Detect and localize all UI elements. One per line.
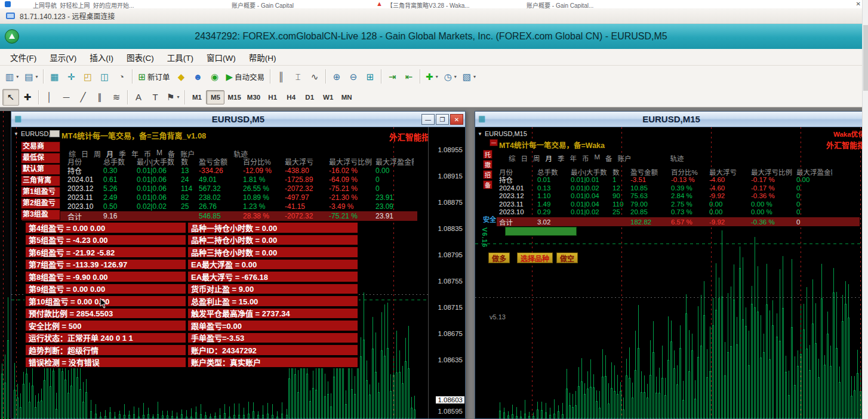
minimize-button[interactable]: —: [421, 114, 435, 125]
browser-tab[interactable]: 账户概要 - Gain Capital: [232, 1, 294, 8]
data-window-icon[interactable]: ✛: [63, 68, 79, 85]
minimized-ea-box[interactable]: —: [490, 139, 498, 146]
price-axis[interactable]: 1.08603 1.08595 1.089551.089151.088751.0…: [428, 127, 465, 418]
timeframe-m15[interactable]: M15: [224, 90, 244, 104]
timeframe-w1[interactable]: W1: [319, 90, 337, 104]
metaeditor-icon[interactable]: ◆: [173, 68, 190, 85]
stats-cell: -3.49 %: [329, 202, 375, 211]
text-icon[interactable]: A: [130, 89, 147, 106]
minimized-indicator-box[interactable]: [50, 130, 60, 137]
menu-item[interactable]: 窗口(W): [200, 49, 242, 66]
close-button[interactable]: ✕: [450, 114, 463, 125]
zoom-in-icon[interactable]: ⊕: [328, 68, 345, 85]
stats-nav-tab[interactable]: 季: [558, 153, 565, 163]
candle-body: [782, 308, 784, 418]
buy-button[interactable]: 做多: [488, 252, 510, 263]
window-titlebar[interactable]: ▦ EURUSD,M5 — ❐ ✕: [11, 112, 465, 127]
bar-chart-icon[interactable]: ║: [273, 68, 290, 85]
indicators-icon[interactable]: ✚▾: [423, 68, 441, 85]
ea-mini-button[interactable]: 备: [483, 180, 493, 189]
chart-pane-m15[interactable]: ▼ EURUSD,M15 — 托撤招备 安全 V6.16 MT4统计每一笔交易，…: [475, 127, 867, 418]
trendline-icon[interactable]: ╱: [75, 89, 91, 106]
profiles-icon[interactable]: ▤▾: [21, 68, 41, 85]
crosshair-icon[interactable]: ✚: [19, 89, 36, 106]
menu-item[interactable]: 显示(V): [43, 49, 83, 66]
timeframe-h1[interactable]: H1: [263, 90, 282, 104]
ea-side-button[interactable]: 交易商: [21, 141, 60, 152]
menu-item[interactable]: 插入(I): [83, 49, 120, 66]
timeframe-mn[interactable]: MN: [337, 90, 356, 104]
auto-scroll-icon[interactable]: ⇥: [384, 68, 401, 85]
chart-window-eurusd-m15[interactable]: ▦ EURUSD,M15 ▼ EURUSD,M15 — 托撤招备 安全 V6.1…: [475, 111, 868, 419]
tile-windows-icon[interactable]: ⊞: [362, 68, 378, 85]
terminal-icon[interactable]: ◫: [96, 68, 113, 85]
chart-shift-icon[interactable]: ⇤: [401, 68, 417, 85]
strategy-tester-icon[interactable]: ◔: [113, 68, 130, 85]
stats-nav-track[interactable]: 轨迹: [670, 153, 684, 163]
scrollbar[interactable]: [862, 0, 868, 419]
ea-mini-button[interactable]: 招: [483, 170, 493, 179]
ea-mini-button[interactable]: 撤: [483, 160, 493, 169]
timeframe-h4[interactable]: H4: [282, 90, 300, 104]
browser-tab[interactable]: 账户概要 - Gain Capital...: [527, 1, 593, 8]
sell-button[interactable]: 做空: [556, 252, 578, 263]
stats-nav-tab[interactable]: 账户: [618, 153, 632, 163]
timeframe-m1[interactable]: M1: [187, 90, 206, 104]
browser-tab[interactable]: 【三角背离策略V3.28 - Waka...: [387, 1, 470, 8]
navigator-icon[interactable]: ◰: [79, 68, 96, 85]
window-titlebar[interactable]: ▦ EURUSD,M15: [475, 112, 867, 127]
line-chart-icon[interactable]: ∿: [306, 68, 323, 85]
shapes-icon[interactable]: ⚑▾: [164, 89, 182, 106]
templates-icon[interactable]: ▧▾: [460, 68, 479, 85]
periods-icon[interactable]: ◷▾: [441, 68, 460, 85]
browser-tab[interactable]: 上网导航_好轻松上网_好的应用开始...: [33, 1, 134, 8]
new-chart-icon[interactable]: ▥▾: [2, 68, 21, 85]
market-watch-icon[interactable]: ▦: [46, 68, 63, 85]
menu-item[interactable]: 帮助(H): [242, 49, 283, 66]
channel-icon[interactable]: ∥: [91, 89, 108, 106]
ea-side-button[interactable]: 最低保: [21, 153, 60, 164]
fibonacci-icon[interactable]: ≋: [108, 89, 125, 106]
select-symbol-button[interactable]: 选择品种: [517, 252, 553, 263]
ea-side-button[interactable]: 第2组盈亏: [21, 198, 60, 209]
auto-trading-button[interactable]: ▶自动交易: [223, 68, 268, 85]
app-titlebar[interactable]: 24347292: FOREX.comGlobalCN-Live 128 - G…: [0, 24, 862, 49]
timeframe-m5[interactable]: M5: [206, 90, 224, 104]
symbol-label[interactable]: ▼ EURUSD,M15: [478, 130, 527, 137]
remote-desktop-bar: 81.71.140.123 - 远程桌面连接: [0, 8, 862, 24]
experts-icon[interactable]: ☻: [190, 68, 207, 85]
stats-nav-tab[interactable]: 日: [521, 153, 528, 163]
text-label-icon[interactable]: T: [147, 89, 164, 106]
close-tab-icon[interactable]: ✕: [856, 1, 861, 7]
timeframe-m30[interactable]: M30: [244, 90, 263, 104]
menu-item[interactable]: 图表(C): [120, 49, 161, 66]
stats-nav-tab[interactable]: 月: [546, 153, 553, 163]
stats-nav-tab[interactable]: M: [595, 153, 601, 163]
ea-side-button[interactable]: 默认第: [21, 164, 60, 175]
ea-side-button[interactable]: 第3组盈: [21, 209, 60, 220]
menu-item[interactable]: 文件(F): [4, 49, 43, 66]
stats-nav-tab[interactable]: 年: [570, 153, 577, 163]
stats-nav-tab[interactable]: 备: [605, 153, 612, 163]
timeframe-d1[interactable]: D1: [300, 90, 319, 104]
stats-nav-tab[interactable]: 周: [533, 153, 540, 163]
stats-nav-tab[interactable]: 综: [509, 153, 516, 163]
pinned-tab-icon[interactable]: [5, 1, 11, 7]
horizontal-line-icon[interactable]: ─: [58, 89, 75, 106]
cursor-icon[interactable]: ↖: [2, 89, 19, 106]
chart-pane-m5[interactable]: ▼ EURUSD,M5 MT4统计每一笔交易，备=三角背离_v1.08 外汇智能…: [11, 127, 465, 418]
candlestick-icon[interactable]: ⌶: [290, 68, 306, 85]
vertical-line-icon[interactable]: │: [41, 89, 58, 106]
alerts-icon[interactable]: ◉: [207, 68, 223, 85]
stats-nav-tab[interactable]: 币: [582, 153, 589, 163]
scrollbar-thumb[interactable]: [863, 25, 868, 91]
menu-item[interactable]: 工具(T): [161, 49, 200, 66]
maximize-button[interactable]: ❐: [436, 114, 449, 125]
stats-cell: -0.17 %: [751, 176, 796, 183]
zoom-out-icon[interactable]: ⊖: [345, 68, 362, 85]
ea-side-button[interactable]: 三角背离: [21, 175, 60, 186]
ea-side-button[interactable]: 第1组盈亏: [21, 187, 60, 198]
new-order-button[interactable]: ⊞新订单: [135, 68, 173, 85]
ea-mini-button[interactable]: 托: [483, 150, 493, 159]
chart-window-eurusd-m5[interactable]: ▦ EURUSD,M5 — ❐ ✕ ▼ EURUSD,M5 MT4统计每一笔交易…: [11, 111, 466, 419]
